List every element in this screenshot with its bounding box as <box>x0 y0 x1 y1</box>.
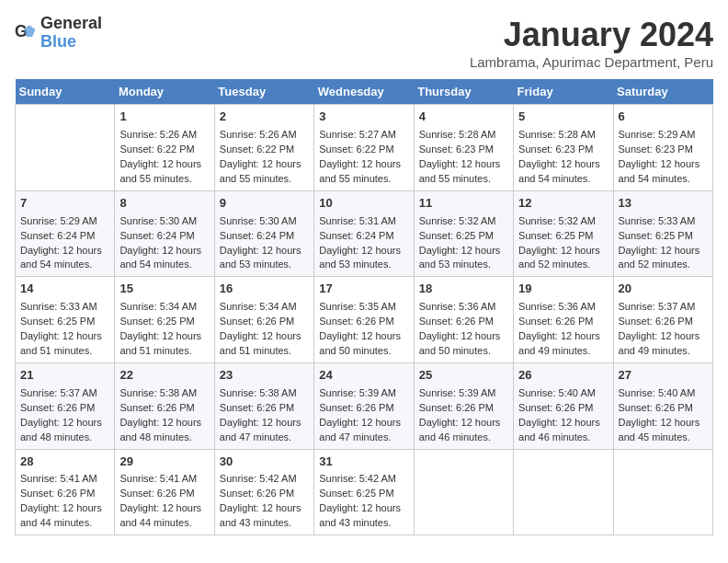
calendar-week-row: 1Sunrise: 5:26 AMSunset: 6:22 PMDaylight… <box>16 105 713 191</box>
day-number: 23 <box>220 367 309 385</box>
calendar-cell: 17Sunrise: 5:35 AMSunset: 6:26 PMDayligh… <box>314 277 414 363</box>
cell-content-line: Sunrise: 5:29 AM <box>20 214 109 229</box>
day-header-tuesday: Tuesday <box>214 79 313 105</box>
cell-content-line: Daylight: 12 hours <box>419 244 508 259</box>
cell-content-line: Daylight: 12 hours <box>619 416 708 431</box>
cell-content-line: and 50 minutes. <box>319 344 408 359</box>
calendar-cell: 11Sunrise: 5:32 AMSunset: 6:25 PMDayligh… <box>414 190 513 277</box>
cell-content-line: Daylight: 12 hours <box>419 157 508 172</box>
day-number: 31 <box>319 454 408 471</box>
day-number: 11 <box>419 195 508 213</box>
cell-content-line: Sunset: 6:26 PM <box>319 401 408 416</box>
cell-content-line: Daylight: 12 hours <box>20 244 109 259</box>
cell-content-line: Sunrise: 5:36 AM <box>419 300 508 315</box>
cell-content-line: Daylight: 12 hours <box>20 329 109 344</box>
calendar-week-row: 21Sunrise: 5:37 AMSunset: 6:26 PMDayligh… <box>16 362 713 449</box>
calendar-cell: 1Sunrise: 5:26 AMSunset: 6:22 PMDaylight… <box>115 105 214 191</box>
calendar-cell: 12Sunrise: 5:32 AMSunset: 6:25 PMDayligh… <box>514 190 613 277</box>
calendar-cell: 20Sunrise: 5:37 AMSunset: 6:26 PMDayligh… <box>613 277 712 363</box>
cell-content-line: and 50 minutes. <box>419 344 508 359</box>
calendar-cell <box>613 449 712 535</box>
cell-content-line: Sunset: 6:26 PM <box>319 315 408 329</box>
cell-content-line: Sunset: 6:26 PM <box>20 401 109 416</box>
day-number: 21 <box>20 367 109 385</box>
cell-content-line: Sunrise: 5:28 AM <box>419 128 508 143</box>
calendar-cell: 6Sunrise: 5:29 AMSunset: 6:23 PMDaylight… <box>613 105 712 191</box>
cell-content-line: and 46 minutes. <box>419 431 508 445</box>
cell-content-line: Daylight: 12 hours <box>419 329 508 344</box>
cell-content-line: Daylight: 12 hours <box>319 244 408 259</box>
location-subtitle: Lambrama, Apurimac Department, Peru <box>470 54 713 70</box>
day-number: 17 <box>319 281 408 298</box>
cell-content-line: Sunset: 6:24 PM <box>220 229 309 244</box>
calendar-cell: 23Sunrise: 5:38 AMSunset: 6:26 PMDayligh… <box>214 362 313 449</box>
cell-content-line: and 55 minutes. <box>419 172 508 187</box>
cell-content-line: Sunrise: 5:37 AM <box>619 300 708 315</box>
day-number: 29 <box>119 454 209 471</box>
day-header-friday: Friday <box>514 79 613 105</box>
cell-content-line: Daylight: 12 hours <box>220 329 309 344</box>
calendar-cell: 5Sunrise: 5:28 AMSunset: 6:23 PMDaylight… <box>514 105 613 191</box>
calendar-cell: 28Sunrise: 5:41 AMSunset: 6:26 PMDayligh… <box>16 449 115 535</box>
day-number: 15 <box>119 281 209 298</box>
day-number: 22 <box>119 367 209 385</box>
cell-content-line: and 46 minutes. <box>518 431 608 445</box>
cell-content-line: Sunrise: 5:38 AM <box>119 386 209 401</box>
cell-content-line: and 51 minutes. <box>220 344 309 359</box>
day-number: 28 <box>20 454 109 471</box>
cell-content-line: Sunrise: 5:32 AM <box>419 214 508 229</box>
cell-content-line: Sunrise: 5:42 AM <box>220 472 309 487</box>
calendar-cell: 14Sunrise: 5:33 AMSunset: 6:25 PMDayligh… <box>16 277 115 363</box>
calendar-cell: 9Sunrise: 5:30 AMSunset: 6:24 PMDaylight… <box>214 190 313 277</box>
cell-content-line: Sunset: 6:25 PM <box>119 315 209 329</box>
cell-content-line: Daylight: 12 hours <box>319 329 408 344</box>
cell-content-line: Sunset: 6:26 PM <box>119 401 209 416</box>
cell-content-line: Sunrise: 5:41 AM <box>20 472 109 487</box>
cell-content-line: Sunrise: 5:30 AM <box>119 214 209 229</box>
calendar-cell: 30Sunrise: 5:42 AMSunset: 6:26 PMDayligh… <box>214 449 313 535</box>
day-header-monday: Monday <box>115 79 214 105</box>
day-number: 13 <box>619 195 708 213</box>
cell-content-line: Sunset: 6:26 PM <box>419 401 508 416</box>
cell-content-line: Sunrise: 5:39 AM <box>419 386 508 401</box>
cell-content-line: Daylight: 12 hours <box>319 416 408 431</box>
calendar-cell: 13Sunrise: 5:33 AMSunset: 6:25 PMDayligh… <box>613 190 712 277</box>
cell-content-line: Daylight: 12 hours <box>20 416 109 431</box>
calendar-cell: 25Sunrise: 5:39 AMSunset: 6:26 PMDayligh… <box>414 362 513 449</box>
cell-content-line: and 52 minutes. <box>619 258 708 272</box>
cell-content-line: Sunset: 6:26 PM <box>220 487 309 501</box>
calendar-cell <box>414 449 513 535</box>
cell-content-line: Sunset: 6:26 PM <box>119 487 209 501</box>
cell-content-line: and 47 minutes. <box>319 431 408 445</box>
calendar-cell: 16Sunrise: 5:34 AMSunset: 6:26 PMDayligh… <box>214 277 313 363</box>
cell-content-line: Daylight: 12 hours <box>619 329 708 344</box>
cell-content-line: Sunrise: 5:40 AM <box>518 386 608 401</box>
day-number: 9 <box>220 195 309 213</box>
generalblue-logo-icon: G <box>15 22 37 44</box>
day-number: 5 <box>518 109 608 126</box>
cell-content-line: Sunset: 6:22 PM <box>319 143 408 157</box>
month-title: January 2024 <box>470 15 713 54</box>
cell-content-line: Daylight: 12 hours <box>619 157 708 172</box>
cell-content-line: Daylight: 12 hours <box>518 329 608 344</box>
cell-content-line: Sunset: 6:26 PM <box>518 401 608 416</box>
cell-content-line: Sunset: 6:25 PM <box>20 315 109 329</box>
day-number: 12 <box>518 195 608 213</box>
cell-content-line: Sunrise: 5:30 AM <box>220 214 309 229</box>
cell-content-line: Daylight: 12 hours <box>220 157 309 172</box>
calendar-body: 1Sunrise: 5:26 AMSunset: 6:22 PMDaylight… <box>16 105 713 535</box>
logo: G General Blue <box>15 15 102 52</box>
calendar-week-row: 14Sunrise: 5:33 AMSunset: 6:25 PMDayligh… <box>16 277 713 363</box>
cell-content-line: Sunset: 6:23 PM <box>619 143 708 157</box>
calendar-cell: 21Sunrise: 5:37 AMSunset: 6:26 PMDayligh… <box>16 362 115 449</box>
cell-content-line: Sunrise: 5:34 AM <box>220 300 309 315</box>
cell-content-line: Sunset: 6:23 PM <box>518 143 608 157</box>
cell-content-line: Sunrise: 5:26 AM <box>220 128 309 143</box>
cell-content-line: Sunset: 6:26 PM <box>419 315 508 329</box>
day-number: 14 <box>20 281 109 298</box>
cell-content-line: Daylight: 12 hours <box>119 501 209 516</box>
cell-content-line: Sunrise: 5:36 AM <box>518 300 608 315</box>
cell-content-line: and 54 minutes. <box>20 258 109 272</box>
cell-content-line: and 51 minutes. <box>119 344 209 359</box>
cell-content-line: and 54 minutes. <box>119 258 209 272</box>
